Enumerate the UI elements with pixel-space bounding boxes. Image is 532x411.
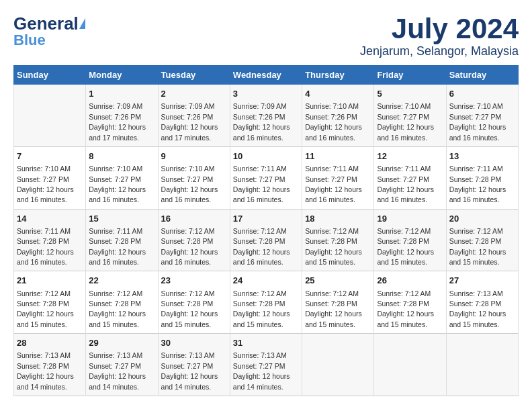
calendar-week-row: 7 Sunrise: 7:10 AMSunset: 7:27 PMDayligh… — [14, 146, 519, 209]
day-sunrise: Sunrise: 7:12 AMSunset: 7:28 PMDaylight:… — [161, 289, 218, 328]
day-sunrise: Sunrise: 7:13 AMSunset: 7:27 PMDaylight:… — [89, 351, 146, 390]
month-title: July 2024 — [360, 13, 519, 44]
title-section: July 2024 Jenjarum, Selangor, Malaysia — [360, 13, 519, 58]
table-row: 13 Sunrise: 7:11 AMSunset: 7:28 PMDaylig… — [446, 146, 518, 209]
header-saturday: Saturday — [446, 66, 518, 85]
header-tuesday: Tuesday — [158, 66, 230, 85]
day-number: 26 — [377, 275, 443, 287]
calendar-table: Sunday Monday Tuesday Wednesday Thursday… — [13, 65, 519, 396]
table-row: 26 Sunrise: 7:12 AMSunset: 7:28 PMDaylig… — [374, 271, 446, 334]
day-sunrise: Sunrise: 7:11 AMSunset: 7:28 PMDaylight:… — [89, 227, 146, 266]
table-row: 6 Sunrise: 7:10 AMSunset: 7:27 PMDayligh… — [446, 85, 518, 147]
day-sunrise: Sunrise: 7:09 AMSunset: 7:26 PMDaylight:… — [233, 102, 290, 141]
day-number: 20 — [449, 213, 515, 225]
table-row: 10 Sunrise: 7:11 AMSunset: 7:27 PMDaylig… — [230, 146, 302, 209]
day-number: 8 — [89, 150, 154, 163]
table-row: 16 Sunrise: 7:12 AMSunset: 7:28 PMDaylig… — [158, 209, 230, 271]
header-thursday: Thursday — [302, 66, 374, 85]
day-number: 1 — [89, 88, 154, 100]
day-number: 12 — [377, 150, 443, 163]
day-sunrise: Sunrise: 7:11 AMSunset: 7:28 PMDaylight:… — [449, 165, 506, 203]
day-sunrise: Sunrise: 7:10 AMSunset: 7:27 PMDaylight:… — [17, 165, 74, 203]
calendar-week-row: 28 Sunrise: 7:13 AMSunset: 7:28 PMDaylig… — [14, 334, 519, 396]
day-number: 5 — [377, 88, 443, 100]
day-number: 23 — [161, 275, 227, 287]
table-row: 7 Sunrise: 7:10 AMSunset: 7:27 PMDayligh… — [14, 146, 86, 209]
day-sunrise: Sunrise: 7:12 AMSunset: 7:28 PMDaylight:… — [449, 227, 506, 266]
table-row: 28 Sunrise: 7:13 AMSunset: 7:28 PMDaylig… — [14, 334, 86, 396]
day-number: 2 — [161, 88, 227, 100]
table-row — [446, 334, 518, 396]
day-sunrise: Sunrise: 7:09 AMSunset: 7:26 PMDaylight:… — [89, 102, 146, 141]
day-sunrise: Sunrise: 7:09 AMSunset: 7:26 PMDaylight:… — [161, 102, 218, 141]
day-number: 19 — [377, 213, 443, 225]
table-row: 3 Sunrise: 7:09 AMSunset: 7:26 PMDayligh… — [230, 85, 302, 147]
logo-triangle-icon — [79, 18, 85, 29]
header-friday: Friday — [374, 66, 446, 85]
day-sunrise: Sunrise: 7:11 AMSunset: 7:27 PMDaylight:… — [377, 165, 434, 203]
day-number: 4 — [305, 88, 371, 100]
day-number: 21 — [17, 275, 83, 287]
day-number: 22 — [89, 275, 154, 287]
table-row: 29 Sunrise: 7:13 AMSunset: 7:27 PMDaylig… — [86, 334, 158, 396]
table-row: 19 Sunrise: 7:12 AMSunset: 7:28 PMDaylig… — [374, 209, 446, 271]
day-sunrise: Sunrise: 7:10 AMSunset: 7:27 PMDaylight:… — [89, 165, 146, 203]
day-sunrise: Sunrise: 7:11 AMSunset: 7:27 PMDaylight:… — [233, 165, 290, 203]
calendar-week-row: 21 Sunrise: 7:12 AMSunset: 7:28 PMDaylig… — [14, 271, 519, 334]
day-sunrise: Sunrise: 7:13 AMSunset: 7:27 PMDaylight:… — [233, 351, 290, 390]
day-number: 10 — [233, 150, 299, 163]
table-row: 5 Sunrise: 7:10 AMSunset: 7:27 PMDayligh… — [374, 85, 446, 147]
header-sunday: Sunday — [14, 66, 86, 85]
day-number: 11 — [305, 150, 371, 163]
day-sunrise: Sunrise: 7:12 AMSunset: 7:28 PMDaylight:… — [305, 227, 362, 266]
day-sunrise: Sunrise: 7:13 AMSunset: 7:28 PMDaylight:… — [17, 351, 74, 390]
day-number: 29 — [89, 337, 154, 349]
day-sunrise: Sunrise: 7:11 AMSunset: 7:28 PMDaylight:… — [17, 227, 74, 266]
table-row: 4 Sunrise: 7:10 AMSunset: 7:26 PMDayligh… — [302, 85, 374, 147]
table-row — [14, 85, 86, 147]
table-row: 12 Sunrise: 7:11 AMSunset: 7:27 PMDaylig… — [374, 146, 446, 209]
calendar-header-row: Sunday Monday Tuesday Wednesday Thursday… — [14, 66, 519, 85]
day-sunrise: Sunrise: 7:12 AMSunset: 7:28 PMDaylight:… — [89, 289, 146, 328]
table-row: 23 Sunrise: 7:12 AMSunset: 7:28 PMDaylig… — [158, 271, 230, 334]
day-number: 27 — [449, 275, 515, 287]
table-row: 27 Sunrise: 7:13 AMSunset: 7:28 PMDaylig… — [446, 271, 518, 334]
day-number: 17 — [233, 213, 299, 225]
day-sunrise: Sunrise: 7:12 AMSunset: 7:28 PMDaylight:… — [377, 227, 434, 266]
day-sunrise: Sunrise: 7:12 AMSunset: 7:28 PMDaylight:… — [17, 289, 74, 328]
location-title: Jenjarum, Selangor, Malaysia — [360, 44, 519, 58]
day-number: 30 — [161, 337, 227, 349]
table-row: 21 Sunrise: 7:12 AMSunset: 7:28 PMDaylig… — [14, 271, 86, 334]
table-row: 2 Sunrise: 7:09 AMSunset: 7:26 PMDayligh… — [158, 85, 230, 147]
calendar-week-row: 14 Sunrise: 7:11 AMSunset: 7:28 PMDaylig… — [14, 209, 519, 271]
day-number: 3 — [233, 88, 299, 100]
day-sunrise: Sunrise: 7:13 AMSunset: 7:27 PMDaylight:… — [161, 351, 218, 390]
day-number: 14 — [17, 213, 83, 225]
table-row — [374, 334, 446, 396]
table-row: 11 Sunrise: 7:11 AMSunset: 7:27 PMDaylig… — [302, 146, 374, 209]
table-row: 15 Sunrise: 7:11 AMSunset: 7:28 PMDaylig… — [86, 209, 158, 271]
table-row: 22 Sunrise: 7:12 AMSunset: 7:28 PMDaylig… — [86, 271, 158, 334]
day-sunrise: Sunrise: 7:12 AMSunset: 7:28 PMDaylight:… — [233, 289, 290, 328]
table-row: 17 Sunrise: 7:12 AMSunset: 7:28 PMDaylig… — [230, 209, 302, 271]
day-number: 13 — [449, 150, 515, 163]
table-row: 25 Sunrise: 7:12 AMSunset: 7:28 PMDaylig… — [302, 271, 374, 334]
day-number: 7 — [17, 150, 83, 163]
day-sunrise: Sunrise: 7:10 AMSunset: 7:26 PMDaylight:… — [305, 102, 362, 141]
day-number: 31 — [233, 337, 299, 349]
day-number: 24 — [233, 275, 299, 287]
day-sunrise: Sunrise: 7:13 AMSunset: 7:28 PMDaylight:… — [449, 289, 506, 328]
day-sunrise: Sunrise: 7:10 AMSunset: 7:27 PMDaylight:… — [161, 165, 218, 203]
day-number: 6 — [449, 88, 515, 100]
logo: General Blue — [13, 13, 85, 49]
day-number: 15 — [89, 213, 154, 225]
day-number: 9 — [161, 150, 227, 163]
day-number: 28 — [17, 337, 83, 349]
table-row: 18 Sunrise: 7:12 AMSunset: 7:28 PMDaylig… — [302, 209, 374, 271]
day-sunrise: Sunrise: 7:10 AMSunset: 7:27 PMDaylight:… — [449, 102, 506, 141]
table-row — [302, 334, 374, 396]
day-sunrise: Sunrise: 7:12 AMSunset: 7:28 PMDaylight:… — [161, 227, 218, 266]
page-header: General Blue July 2024 Jenjarum, Selango… — [13, 13, 519, 58]
logo-blue: Blue — [13, 32, 46, 49]
table-row: 9 Sunrise: 7:10 AMSunset: 7:27 PMDayligh… — [158, 146, 230, 209]
